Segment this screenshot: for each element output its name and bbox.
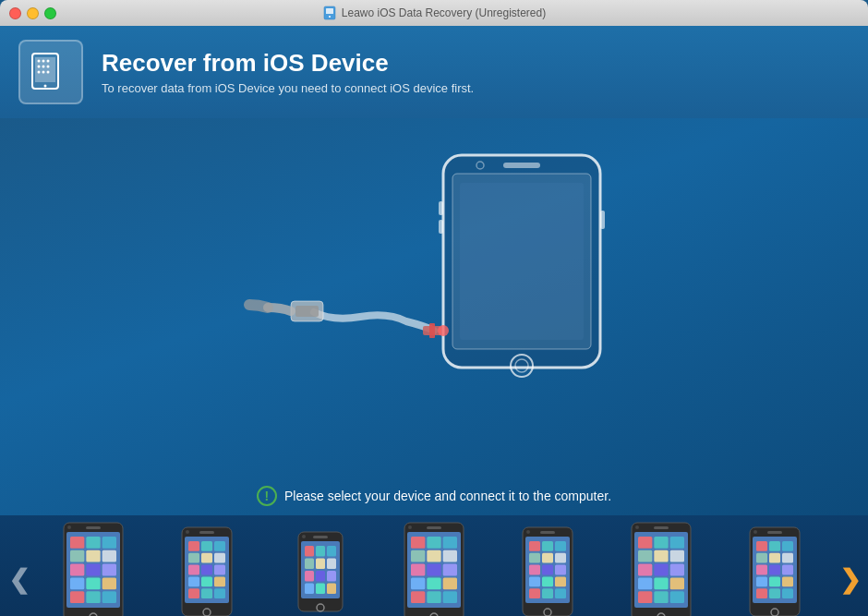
svg-point-86 — [302, 535, 306, 538]
svg-point-7 — [42, 60, 45, 63]
svg-rect-117 — [555, 564, 566, 574]
svg-rect-110 — [542, 541, 553, 551]
svg-rect-90 — [427, 537, 440, 549]
svg-rect-74 — [327, 546, 336, 557]
device-svg-iphone7plus — [62, 521, 125, 617]
svg-point-146 — [635, 525, 639, 529]
warning-icon: ! — [257, 486, 277, 506]
header-section: Recover from iOS Device To recover data … — [0, 26, 868, 118]
svg-rect-116 — [542, 564, 553, 574]
svg-rect-63 — [214, 576, 225, 586]
next-device-button[interactable]: ❯ — [836, 556, 863, 602]
svg-rect-33 — [87, 537, 101, 549]
device-item-iphonese[interactable]: iPhone SE — [264, 530, 378, 617]
svg-rect-142 — [654, 591, 668, 603]
svg-rect-89 — [411, 537, 425, 549]
svg-point-14 — [47, 71, 50, 74]
svg-rect-60 — [214, 564, 225, 574]
svg-rect-150 — [769, 541, 780, 551]
device-item-iphone7[interactable]: iPhone 7 — [151, 525, 264, 617]
svg-rect-61 — [188, 576, 199, 586]
svg-rect-76 — [316, 558, 325, 569]
svg-rect-143 — [669, 591, 683, 603]
device-svg-iphone7 — [180, 525, 234, 617]
svg-point-6 — [38, 60, 41, 63]
svg-rect-154 — [782, 552, 793, 562]
svg-rect-72 — [305, 546, 314, 557]
svg-rect-165 — [767, 531, 782, 534]
svg-rect-55 — [188, 552, 199, 562]
warning-bar: ! Please select your device and connect … — [0, 477, 868, 515]
svg-rect-100 — [443, 577, 457, 589]
svg-rect-151 — [782, 541, 793, 551]
minimize-button[interactable] — [27, 7, 39, 19]
svg-rect-145 — [654, 526, 669, 529]
svg-rect-25 — [600, 211, 605, 229]
maximize-button[interactable] — [44, 7, 56, 19]
svg-rect-75 — [305, 558, 314, 569]
svg-rect-82 — [316, 583, 325, 594]
warning-message: Please select your device and connect it… — [284, 489, 611, 503]
svg-rect-118 — [529, 576, 540, 586]
svg-rect-111 — [555, 541, 566, 551]
svg-point-10 — [42, 66, 45, 68]
svg-rect-39 — [87, 563, 101, 575]
close-button[interactable] — [9, 7, 21, 19]
svg-rect-34 — [102, 537, 116, 549]
svg-rect-53 — [201, 541, 212, 551]
header-icon — [18, 40, 83, 104]
svg-rect-109 — [529, 541, 540, 551]
svg-rect-138 — [638, 577, 652, 589]
svg-rect-28 — [460, 183, 584, 340]
svg-point-29 — [438, 325, 449, 336]
svg-rect-131 — [669, 537, 683, 549]
svg-rect-81 — [305, 583, 314, 594]
svg-rect-163 — [782, 588, 793, 598]
main-area: ! Please select your device and connect … — [0, 118, 868, 515]
svg-rect-79 — [316, 571, 325, 582]
svg-rect-18 — [429, 323, 435, 338]
svg-rect-156 — [769, 564, 780, 574]
svg-rect-158 — [756, 576, 767, 586]
page-title: Recover from iOS Device — [102, 49, 474, 78]
svg-rect-78 — [305, 571, 314, 582]
svg-point-126 — [526, 530, 530, 534]
svg-point-49 — [67, 525, 71, 529]
title-bar: Leawo iOS Data Recovery (Unregistered) — [0, 0, 868, 26]
svg-rect-83 — [327, 583, 336, 594]
svg-rect-114 — [555, 552, 566, 562]
device-item-iphone6plus[interactable]: iPhone 6 Plus — [604, 521, 717, 617]
window-title: Leawo iOS Data Recovery (Unregistered) — [322, 6, 546, 20]
svg-rect-152 — [756, 552, 767, 562]
svg-rect-52 — [188, 541, 199, 551]
window-controls[interactable] — [9, 7, 56, 19]
svg-rect-99 — [427, 577, 440, 589]
svg-rect-27 — [439, 220, 443, 234]
device-item-iphone6s[interactable]: iPhone 6s — [490, 525, 604, 617]
svg-rect-36 — [87, 550, 101, 562]
svg-rect-46 — [102, 591, 116, 603]
prev-device-button[interactable]: ❮ — [5, 556, 32, 602]
svg-rect-54 — [214, 541, 225, 551]
svg-rect-95 — [411, 563, 425, 575]
svg-rect-59 — [201, 564, 212, 574]
svg-rect-62 — [201, 576, 212, 586]
svg-rect-119 — [542, 576, 553, 586]
device-item-iphone6splus[interactable]: iPhone 6s Plus — [378, 521, 491, 617]
svg-rect-94 — [443, 550, 457, 562]
svg-rect-58 — [188, 564, 199, 574]
svg-rect-44 — [70, 591, 84, 603]
phone-illustration — [240, 127, 628, 386]
svg-point-8 — [47, 60, 50, 63]
svg-rect-48 — [86, 526, 101, 529]
svg-rect-155 — [756, 564, 767, 574]
svg-point-166 — [753, 530, 757, 534]
svg-rect-121 — [529, 588, 540, 598]
header-text: Recover from iOS Device To recover data … — [102, 49, 474, 95]
svg-rect-153 — [769, 552, 780, 562]
svg-rect-115 — [529, 564, 540, 574]
svg-rect-141 — [638, 591, 652, 603]
device-item-iphone7plus[interactable]: iPhone 7 Plus — [37, 521, 151, 617]
device-item-iphone6[interactable]: iPhone 6 — [717, 525, 831, 617]
device-selector: ❮ iPhone 7 PlusiPhone 7iPhone SEiPhone 6… — [0, 515, 868, 616]
